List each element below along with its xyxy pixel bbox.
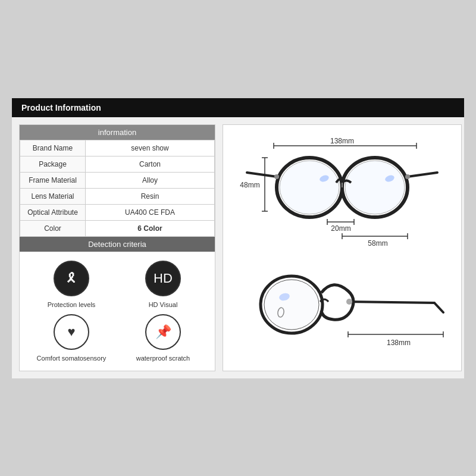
info-value: Alloy xyxy=(86,172,215,188)
detection-label: waterproof scratch xyxy=(136,355,190,362)
detection-item: 🎗Protection levels xyxy=(29,261,114,308)
main-content: information Brand Nameseven showPackageC… xyxy=(12,117,464,378)
detection-header: Detection criteria xyxy=(20,237,215,252)
info-label: Lens Material xyxy=(20,188,86,204)
svg-line-29 xyxy=(348,302,434,303)
svg-line-9 xyxy=(408,173,437,177)
detection-label: Comfort somatosensory xyxy=(37,355,107,362)
detection-icon: 🎗 xyxy=(54,261,89,296)
svg-line-8 xyxy=(247,173,277,177)
bottom-glasses-diagram: 138mm xyxy=(232,266,452,361)
detection-item: ♥Comfort somatosensory xyxy=(29,314,114,362)
svg-point-31 xyxy=(346,299,352,305)
info-label: Frame Material xyxy=(20,172,86,188)
product-info-container: Product Information information Brand Na… xyxy=(12,98,464,378)
left-panel: information Brand Nameseven showPackageC… xyxy=(19,124,215,371)
info-value: Resin xyxy=(86,188,215,204)
svg-text:58mm: 58mm xyxy=(368,239,387,248)
svg-point-28 xyxy=(264,280,319,330)
svg-point-18 xyxy=(405,174,410,179)
svg-point-11 xyxy=(280,161,339,214)
svg-point-13 xyxy=(345,161,405,214)
info-section-header: information xyxy=(20,125,215,140)
svg-text:48mm: 48mm xyxy=(240,181,259,189)
detection-item: 📌waterproof scratch xyxy=(120,314,206,362)
right-panel: 138mm 48mm xyxy=(223,124,462,371)
svg-text:138mm: 138mm xyxy=(387,339,411,347)
detection-label: Protection levels xyxy=(48,301,96,308)
info-table: Brand Nameseven showPackageCartonFrame M… xyxy=(20,140,215,237)
detection-icon: HD xyxy=(145,261,181,296)
svg-text:138mm: 138mm xyxy=(330,137,354,145)
info-value: UA400 CE FDA xyxy=(86,204,215,220)
info-label: Package xyxy=(20,156,86,172)
top-glasses-svg: 138mm 48mm xyxy=(232,134,452,253)
info-label: Optical Attribute xyxy=(20,204,86,220)
side-glasses-svg: 138mm xyxy=(232,266,452,361)
detection-grid: 🎗Protection levelsHDHD Visual♥Comfort so… xyxy=(20,252,215,371)
info-value: 6 Color xyxy=(86,220,215,236)
detection-label: HD Visual xyxy=(149,301,178,308)
info-label: Color xyxy=(20,220,86,236)
svg-point-17 xyxy=(274,174,279,179)
header-title: Product Information xyxy=(21,103,101,112)
top-glasses-diagram: 138mm 48mm xyxy=(232,134,452,253)
svg-line-30 xyxy=(434,303,443,312)
header-bar: Product Information xyxy=(12,98,464,117)
info-value: seven show xyxy=(86,140,215,156)
info-label: Brand Name xyxy=(20,140,86,156)
detection-icon: 📌 xyxy=(145,314,181,350)
info-value: Carton xyxy=(86,156,215,172)
svg-text:20mm: 20mm xyxy=(331,224,350,233)
detection-item: HDHD Visual xyxy=(120,261,206,308)
detection-icon: ♥ xyxy=(54,314,89,350)
